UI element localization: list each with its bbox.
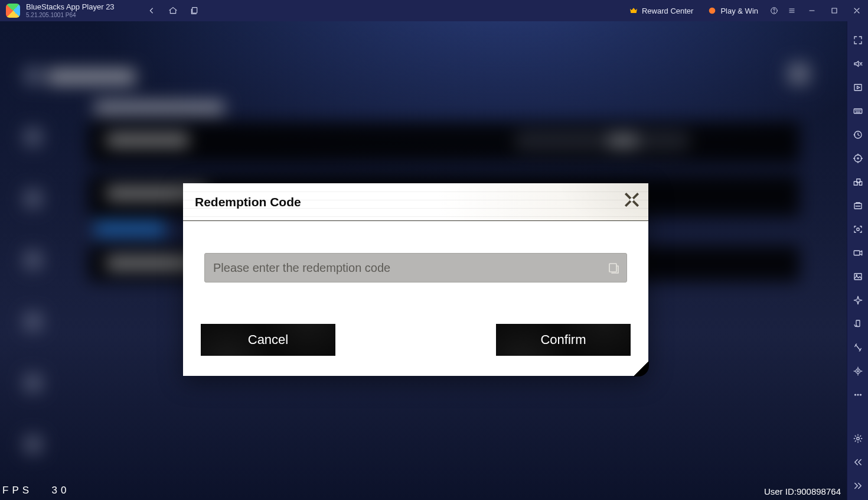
minimize-button[interactable] bbox=[801, 2, 823, 20]
fps-label: FPS bbox=[2, 485, 32, 496]
svg-point-21 bbox=[856, 369, 860, 374]
multi-instance-icon[interactable] bbox=[850, 174, 866, 190]
hamburger-menu-button[interactable] bbox=[783, 2, 801, 20]
svg-rect-7 bbox=[854, 85, 862, 91]
fps-value: 30 bbox=[52, 485, 70, 496]
redemption-code-input[interactable] bbox=[213, 261, 606, 275]
reward-center-button[interactable]: Reward Center bbox=[622, 4, 700, 18]
svg-point-10 bbox=[854, 155, 862, 162]
help-button[interactable] bbox=[765, 2, 783, 20]
svg-rect-8 bbox=[854, 109, 862, 113]
svg-point-26 bbox=[856, 437, 859, 440]
fps-counter: FPS 30 bbox=[2, 484, 70, 496]
svg-point-16 bbox=[856, 228, 859, 231]
svg-rect-6 bbox=[609, 264, 616, 272]
play-box-icon[interactable] bbox=[850, 79, 866, 96]
more-icon[interactable] bbox=[850, 387, 866, 403]
crown-icon bbox=[629, 6, 638, 15]
play-win-label: Play & Win bbox=[720, 7, 758, 15]
confirm-button[interactable]: Confirm bbox=[496, 324, 631, 356]
svg-point-11 bbox=[857, 158, 858, 159]
bluestacks-logo-icon bbox=[6, 4, 20, 18]
user-id-display: User ID:900898764 bbox=[764, 486, 841, 496]
history-icon[interactable] bbox=[850, 126, 866, 143]
dialog-close-button[interactable] bbox=[619, 187, 645, 213]
settings-gear-icon[interactable] bbox=[850, 430, 866, 447]
svg-rect-4 bbox=[832, 8, 837, 13]
svg-point-19 bbox=[856, 275, 857, 276]
recents-button[interactable] bbox=[185, 2, 203, 20]
svg-point-1 bbox=[709, 8, 716, 14]
titlebar: BlueStacks App Player 23 5.21.205.1001 P… bbox=[0, 0, 868, 21]
redemption-code-field-wrapper bbox=[204, 253, 627, 283]
svg-rect-18 bbox=[854, 274, 862, 280]
cancel-button[interactable]: Cancel bbox=[201, 324, 335, 356]
target-icon[interactable] bbox=[850, 150, 866, 167]
back-button[interactable] bbox=[143, 2, 161, 20]
redemption-code-dialog: Redemption Code Cancel Con bbox=[183, 183, 648, 376]
user-id-label: User ID: bbox=[764, 486, 797, 496]
apk-install-icon[interactable] bbox=[850, 197, 866, 214]
image-icon[interactable] bbox=[850, 268, 866, 285]
play-win-icon bbox=[707, 6, 717, 15]
play-win-button[interactable]: Play & Win bbox=[700, 4, 765, 18]
close-x-icon bbox=[623, 191, 641, 209]
screenshot-icon[interactable] bbox=[850, 221, 866, 238]
svg-point-24 bbox=[857, 394, 859, 395]
titlebar-title: BlueStacks App Player 23 5.21.205.1001 P… bbox=[26, 3, 132, 18]
airplane-icon[interactable] bbox=[850, 292, 866, 309]
rotate-icon[interactable] bbox=[850, 316, 866, 332]
svg-point-22 bbox=[857, 371, 858, 372]
svg-rect-0 bbox=[192, 8, 197, 13]
collapse-right-icon[interactable] bbox=[850, 454, 866, 470]
app-version: 5.21.205.1001 P64 bbox=[26, 12, 132, 18]
paste-icon[interactable] bbox=[606, 261, 621, 275]
keyboard-icon[interactable] bbox=[850, 103, 866, 119]
record-icon[interactable] bbox=[850, 245, 866, 261]
svg-point-23 bbox=[854, 394, 856, 395]
shake-icon[interactable] bbox=[850, 339, 866, 356]
maximize-button[interactable] bbox=[823, 2, 846, 20]
fullscreen-icon[interactable] bbox=[850, 32, 866, 48]
game-viewport: Redemption Code Cancel Con bbox=[0, 21, 847, 500]
collapse-icon[interactable] bbox=[850, 478, 866, 494]
svg-point-3 bbox=[774, 12, 775, 13]
reward-center-label: Reward Center bbox=[642, 7, 693, 15]
home-button[interactable] bbox=[164, 2, 182, 20]
sidebar-tools bbox=[847, 21, 868, 500]
app-name: BlueStacks App Player 23 bbox=[26, 3, 132, 11]
svg-point-25 bbox=[860, 394, 861, 395]
dialog-title: Redemption Code bbox=[195, 195, 301, 209]
location-icon[interactable] bbox=[850, 363, 866, 379]
svg-rect-17 bbox=[854, 251, 860, 255]
close-window-button[interactable] bbox=[846, 2, 868, 20]
user-id-value: 900898764 bbox=[797, 486, 841, 496]
svg-point-5 bbox=[630, 198, 634, 202]
volume-mute-icon[interactable] bbox=[850, 56, 866, 72]
